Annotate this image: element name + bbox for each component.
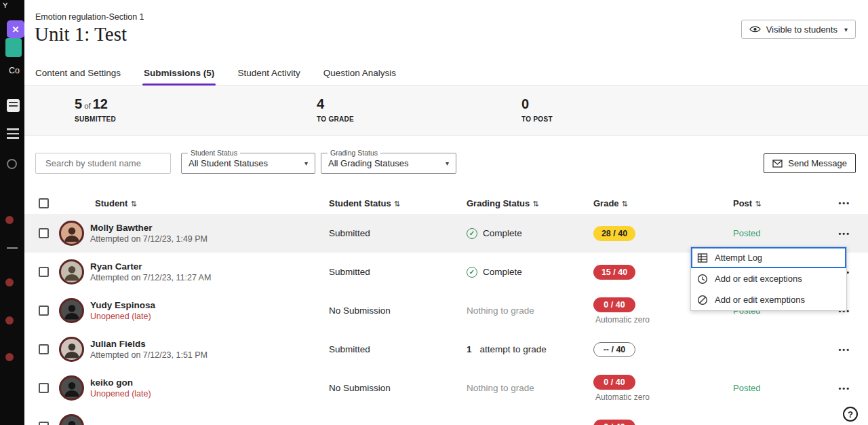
visibility-label: Visible to students [766,24,837,35]
grading-status-cell: ✓ Complete [467,267,583,278]
row-options-menu-button[interactable]: ••• [838,423,850,425]
red-icon-fragment [5,216,14,224]
tab-student-activity[interactable]: Student Activity [237,60,300,85]
student-status-select[interactable]: Student Status All Student Statuses ▾ [181,153,315,174]
sort-icon: ⇅ [394,200,400,208]
avatar [59,259,84,284]
student-name-cell: Julian Fields Attempted on 7/12/23, 1:51… [90,339,329,360]
column-header-grade[interactable]: Grade⇅ [583,198,719,208]
red-icon-fragment [5,278,14,287]
table-header-row: Student⇅ Student Status⇅ Grading Status⇅… [24,192,868,214]
grading-status-cell: 1attempt to grade [467,344,583,354]
grade-cell: 0 / 40 Automatic zero [583,375,719,402]
visibility-dropdown-button[interactable]: Visible to students ▾ [741,20,856,39]
complete-check-icon: ✓ [467,267,477,278]
bar-fragment [7,247,18,249]
clock-icon [697,274,708,284]
envelope-icon [772,160,783,168]
column-header-post[interactable]: Post⇅ [719,198,797,208]
tab-content-and-settings[interactable]: Content and Settings [35,60,121,85]
background-page-strip: Y Co [0,0,24,425]
student-status-cell: No Submission [329,306,467,316]
avatar [59,375,84,401]
help-button[interactable]: ? [843,407,858,422]
chevron-down-icon: ▾ [304,160,308,167]
submissions-table: Molly Bawther Attempted on 7/12/23, 1:49… [24,214,868,425]
grade-cell: 0 / 40 [583,420,719,425]
row-checkbox[interactable] [39,306,49,316]
grade-pill: 28 / 40 [593,226,635,241]
avatar [59,221,84,246]
column-header-student-status[interactable]: Student Status⇅ [329,198,467,208]
tab-question-analysis[interactable]: Question Analysis [323,60,396,85]
menu-item-add-or-edit-exemptions[interactable]: Add or edit exemptions [691,289,846,310]
row-checkbox[interactable] [39,228,49,238]
close-icon: ✕ [12,24,20,35]
circle-icon-fragment [7,159,17,169]
student-search-box [35,153,171,174]
grade-note: Automatic zero [595,315,650,325]
stat-submitted: 5of12 SUBMITTED [75,96,116,123]
grade-pill: 0 / 40 [593,420,635,425]
student-status-cell: Submitted [329,267,467,277]
student-name-cell: Yudy Espinosa Unopened (late) [90,300,329,321]
grading-status-select-label: Grading Status [328,149,380,157]
grading-status-select-value: All Grading Statuses [328,158,409,168]
sort-icon: ⇅ [755,200,761,208]
row-checkbox[interactable] [39,383,49,393]
table-options-menu-button[interactable]: ••• [838,199,850,207]
grade-pill: 15 / 40 [593,265,635,280]
eye-icon [749,25,761,33]
row-checkbox[interactable] [39,267,49,277]
send-message-button[interactable]: Send Message [764,153,856,173]
student-status-cell: No Submission [329,383,467,393]
question-mark-icon: ? [848,409,853,420]
row-options-menu-button[interactable]: ••• [838,346,850,354]
red-icon-fragment [5,316,14,325]
table-row[interactable]: 0 / 40 ••• [24,407,868,425]
avatar [59,337,84,362]
row-context-menu: Attempt Log Add or edit exceptions Add o… [690,246,847,311]
grading-status-cell: Nothing to grade [467,306,583,316]
stat-to-post: 0 TO POST [521,96,553,123]
grade-pill: -- / 40 [593,342,635,357]
menu-item-attempt-log[interactable]: Attempt Log [691,247,846,268]
slash-circle-icon [697,295,708,306]
sort-icon: ⇅ [532,200,538,208]
avatar [59,298,84,323]
student-name-cell: Ryan Carter Attempted on 7/12/23, 11:27 … [90,261,329,282]
sort-icon: ⇅ [622,200,628,208]
student-status-cell: Submitted [329,228,467,238]
table-row[interactable]: Julian Fields Attempted on 7/12/23, 1:51… [24,330,868,369]
close-panel-button[interactable]: ✕ [7,20,24,38]
strip-teal-fragment [5,38,22,57]
tab-submissions[interactable]: Submissions (5) [144,60,214,85]
row-checkbox[interactable] [39,422,49,425]
select-all-checkbox[interactable] [39,198,49,208]
assessment-panel: Emotion regulation-Section 1 Unit 1: Tes… [24,0,868,425]
submission-stats-band: 5of12 SUBMITTED 4 TO GRADE 0 TO POST [24,86,868,136]
search-input[interactable] [45,158,165,168]
row-checkbox[interactable] [39,344,49,354]
page-title: Unit 1: Test [35,23,127,45]
grading-status-select[interactable]: Grading Status All Grading Statuses ▾ [321,153,456,174]
table-row[interactable]: keiko gon Unopened (late) No Submission … [24,369,868,407]
grade-cell: -- / 40 [583,342,719,357]
grading-status-cell: ✓ Complete [467,228,583,239]
row-options-menu-button[interactable]: ••• [838,384,850,392]
avatar [59,414,84,425]
student-name-cell: keiko gon Unopened (late) [90,377,329,399]
strip-text-fragment: Y [3,1,7,10]
gradebook-icon [7,99,20,112]
sort-icon: ⇅ [130,200,136,208]
row-options-menu-button[interactable]: ••• [838,229,850,238]
menu-item-add-or-edit-exceptions[interactable]: Add or edit exceptions [691,268,846,289]
column-header-student[interactable]: Student⇅ [90,198,329,208]
post-status: Posted [719,228,797,238]
grade-pill: 0 / 40 [593,297,635,312]
column-header-grading-status[interactable]: Grading Status⇅ [467,198,583,208]
complete-check-icon: ✓ [467,228,477,239]
chevron-down-icon: ▾ [446,160,449,167]
grade-cell: 28 / 40 [583,226,719,241]
send-message-label: Send Message [788,158,847,168]
